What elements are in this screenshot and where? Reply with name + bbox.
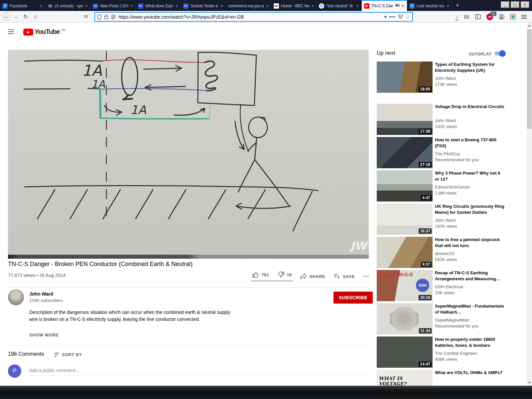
- close-icon[interactable]: ×: [266, 4, 269, 8]
- bookmark-star-icon[interactable]: ☆: [405, 13, 410, 20]
- suggested-video[interactable]: 27:18 How to start a Boeing 737-800 (FSX…: [377, 137, 504, 168]
- autoplay-toggle[interactable]: [494, 52, 505, 56]
- dislike-button[interactable]: 19: [278, 271, 292, 278]
- video-bottom-edge: [8, 255, 369, 259]
- video-thumbnail[interactable]: 14:47: [377, 336, 433, 368]
- show-more-button[interactable]: SHOW MORE: [29, 332, 59, 337]
- video-thumbnail[interactable]: 4:47: [377, 170, 433, 201]
- youtube-logo[interactable]: ▶ YouTube GB: [23, 28, 66, 36]
- close-icon[interactable]: ×: [85, 4, 88, 8]
- scroll-up-arrow[interactable]: [528, 25, 531, 27]
- maximize-button[interactable]: ▢: [511, 1, 519, 8]
- tab-label: What does Eart: [145, 4, 174, 8]
- like-button[interactable]: 761: [252, 271, 269, 278]
- tab-label: Facebook: [10, 4, 38, 8]
- close-icon[interactable]: ×: [447, 4, 450, 8]
- video-thumbnail[interactable]: 16:37: [377, 203, 433, 235]
- video-actions: 761 19 SHARE SAVE: [245, 270, 369, 283]
- more-actions-icon[interactable]: [363, 276, 369, 277]
- suggested-video[interactable]: 4:47 Why 3 Phase Power? Why not 6 or 12?…: [377, 170, 504, 201]
- suggested-channel: The Combat Engineer: [435, 351, 477, 356]
- current-label-2: 1A: [91, 78, 105, 90]
- share-button[interactable]: SHARE: [300, 273, 325, 279]
- suggested-channel: dereton33: [435, 251, 455, 256]
- suggested-video[interactable]: 18:00 Types of Earthing System for Elect…: [377, 62, 504, 93]
- channel-avatar[interactable]: [8, 289, 24, 305]
- downloads-icon[interactable]: ↓: [456, 13, 458, 20]
- video-player[interactable]: 1A 1A 1A JW: [8, 50, 369, 259]
- url-input[interactable]: [118, 14, 382, 20]
- tab-youtube-active[interactable]: ▶ TN-C-S Dan ×: [362, 0, 407, 11]
- tab-commerce[interactable]: commerce.wa.gov.a ×: [226, 0, 271, 11]
- forward-button[interactable]: →: [11, 13, 21, 20]
- suggested-video[interactable]: 16:37 UK Ring Circuits (previously Ring …: [377, 203, 504, 235]
- sentiment-group: 761 19: [252, 271, 292, 281]
- suggested-video[interactable]: 9:37 How to free a jammed stopcock that …: [377, 237, 504, 268]
- tab-diy-new-posts[interactable]: DIY New Posts | DIY ×: [90, 0, 136, 11]
- mail-extension-icon[interactable]: ✉: [84, 14, 88, 20]
- shield-icon[interactable]: [97, 14, 102, 20]
- suggested-title: How to start a Boeing 737-800 (FSX): [435, 137, 504, 149]
- suggested-video[interactable]: 11:34 SuperMagnetMan - Fundamentals of H…: [377, 303, 504, 334]
- save-button[interactable]: SAVE: [334, 274, 355, 279]
- channel-subscribers: 103K subscribers: [29, 298, 63, 303]
- new-tab-button[interactable]: +: [452, 0, 463, 11]
- pocket-icon[interactable]: [398, 14, 403, 19]
- window-close-button[interactable]: ×: [521, 1, 529, 8]
- video-thumbnail[interactable]: Recap TN-C-S GSH 10:16: [377, 270, 433, 301]
- tab-diy-what-does-earth[interactable]: DIY What does Eart ×: [136, 0, 181, 11]
- guide-menu-icon[interactable]: [8, 29, 14, 34]
- suggested-video[interactable]: Recap TN-C-S GSH 10:16 Recap of TN-C-S E…: [377, 270, 504, 301]
- comment-input[interactable]: Add a public comment...: [29, 368, 369, 376]
- suggested-video[interactable]: 17:28 Voltage Drop in Electrical Circuit…: [377, 104, 504, 135]
- tab-mail[interactable]: ✉ (3 unread) - sye ×: [45, 0, 90, 11]
- channel-name[interactable]: John Ward: [29, 291, 53, 297]
- minimize-button[interactable]: _: [501, 1, 509, 8]
- close-icon[interactable]: ×: [356, 4, 359, 8]
- tab-bbc-home[interactable]: BBC Home - BBC Ne ×: [271, 0, 317, 11]
- close-icon[interactable]: ×: [130, 4, 133, 8]
- divider: [8, 287, 369, 288]
- scrollbar-thumb[interactable]: [527, 29, 532, 129]
- menu-icon[interactable]: [521, 15, 527, 19]
- scroll-down-arrow[interactable]: [528, 382, 531, 384]
- autoplay-blocked-icon[interactable]: [111, 14, 116, 20]
- close-icon[interactable]: ×: [221, 4, 223, 8]
- close-icon[interactable]: ×: [311, 4, 314, 8]
- diy-site-icon: DIY: [183, 3, 189, 9]
- suggested-channel: John Ward: [435, 218, 456, 223]
- close-icon[interactable]: ×: [40, 4, 43, 8]
- home-button[interactable]: ⌂: [31, 13, 41, 20]
- malwarebytes-shield-icon[interactable]: [510, 14, 516, 20]
- video-thumbnail[interactable]: 17:28: [377, 104, 433, 135]
- video-thumbnail[interactable]: 18:00: [377, 62, 433, 93]
- tab-lost-neutral[interactable]: ? Lost neutral res ×: [407, 0, 452, 11]
- duration-badge: 27:18: [419, 162, 432, 167]
- page-actions-icon[interactable]: •••: [389, 14, 396, 20]
- tab-facebook[interactable]: f Facebook ×: [0, 0, 45, 11]
- video-thumbnail[interactable]: 11:34: [377, 303, 433, 334]
- video-thumbnail[interactable]: 9:37: [377, 237, 433, 268]
- youtube-play-icon: ▶: [23, 29, 33, 36]
- back-button[interactable]: ←: [2, 12, 11, 21]
- tab-diy-socket-tester[interactable]: DIY Socket Tester e ×: [181, 0, 226, 11]
- adblock-icon[interactable]: ABP 11: [486, 14, 493, 20]
- close-icon[interactable]: ×: [176, 4, 178, 8]
- url-bar[interactable]: ▾ ••• ☆: [94, 12, 413, 22]
- sidebar-toggle-icon[interactable]: [475, 14, 481, 19]
- tab-google-search[interactable]: G "lost neutral" fir ×: [317, 0, 362, 11]
- suggested-video[interactable]: 14:47 How to properly solder 18650 batte…: [377, 336, 504, 368]
- close-icon[interactable]: ×: [402, 4, 404, 8]
- window-controls: _ ▢ ×: [501, 1, 529, 8]
- suggested-meta: 542K views: [435, 257, 457, 262]
- sort-by-button[interactable]: SORT BY: [55, 352, 82, 357]
- reload-button[interactable]: ↻: [21, 13, 31, 20]
- library-icon[interactable]: [464, 14, 469, 20]
- page-scrollbar[interactable]: [527, 23, 532, 386]
- video-thumbnail[interactable]: 27:18: [377, 137, 433, 168]
- tab-audio-icon[interactable]: [395, 3, 400, 8]
- chevron-down-icon[interactable]: ▾: [384, 14, 387, 20]
- account-icon[interactable]: [499, 14, 504, 20]
- subscribe-button[interactable]: SUBSCRIBE: [333, 292, 373, 304]
- lock-icon[interactable]: [104, 14, 108, 19]
